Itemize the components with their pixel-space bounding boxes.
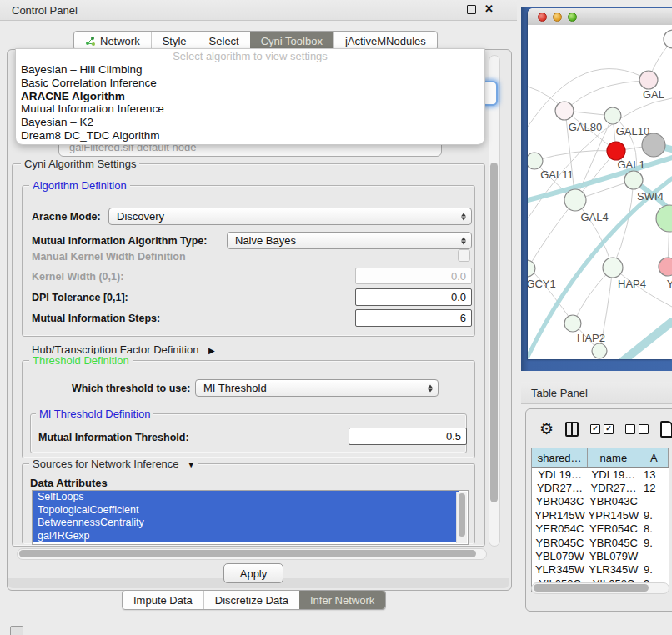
node-table[interactable]: shared…nameA YDL19…YDL19…13YDR27…YDR27…1… xyxy=(531,448,669,592)
manual-kernel-checkbox[interactable] xyxy=(458,249,470,262)
table-row[interactable]: YBR045CYBR045C9. xyxy=(532,536,669,549)
apply-button[interactable]: Apply xyxy=(223,563,283,583)
table-horizontal-scrollbar-thumb[interactable] xyxy=(534,584,649,592)
float-window-icon[interactable] xyxy=(467,5,476,14)
aracne-mode-combo[interactable]: Discovery xyxy=(108,208,472,225)
table-panel-titlebar: Table Panel xyxy=(521,382,672,404)
tab-discretize-data[interactable]: Discretize Data xyxy=(203,591,299,609)
data-attributes-list[interactable]: SelfLoopsTopologicalCoefficientBetweenne… xyxy=(32,490,469,545)
mi-type-value: Naive Bayes xyxy=(235,234,296,247)
network-window-titlebar[interactable] xyxy=(528,8,672,26)
network-node[interactable] xyxy=(592,343,607,358)
table-row[interactable]: YLR345WYLR345W9. xyxy=(532,563,669,577)
combo-stepper-icon xyxy=(428,384,433,392)
attribute-item-selfloops[interactable]: SelfLoops xyxy=(33,491,459,504)
attributes-list-scrollbar[interactable] xyxy=(456,492,467,543)
network-node[interactable] xyxy=(528,152,543,169)
tab-jactivemnodules[interactable]: jActiveMNodules xyxy=(333,32,437,50)
manual-kernel-label: Manual Kernel Width Definition xyxy=(32,251,186,262)
algorithm-option-mutual-information-inference[interactable]: Mutual Information Inference xyxy=(16,102,484,116)
kernel-width-field[interactable]: 0.0 xyxy=(355,268,472,284)
attributes-list-scrollbar-thumb[interactable] xyxy=(459,493,465,537)
combo-stepper-icon xyxy=(461,237,466,244)
attribute-item-betweennesscentrality[interactable]: BetweennessCentrality xyxy=(33,517,459,530)
network-node-labels: GALGAL80GAL10GAL1SWI4GAL11GAL4GCY1HAP4YH… xyxy=(528,88,672,344)
deselect-all-checks-icon[interactable] xyxy=(625,424,649,434)
algorithm-option-bayesian-k2[interactable]: Bayesian – K2 xyxy=(16,116,484,129)
table-horizontal-scrollbar[interactable] xyxy=(531,582,669,594)
network-node[interactable] xyxy=(564,189,586,211)
network-node[interactable] xyxy=(639,71,658,89)
column-header-shared[interactable]: shared… xyxy=(532,448,588,467)
node-label-swi4: SWI4 xyxy=(637,190,664,202)
tab-network[interactable]: Network xyxy=(74,32,151,50)
network-node[interactable] xyxy=(528,260,535,277)
tab-infer-network[interactable]: Infer Network xyxy=(299,591,385,609)
network-node[interactable] xyxy=(564,315,581,332)
settings-horizontal-scrollbar[interactable] xyxy=(17,548,487,560)
table-row[interactable]: YBR043CYBR043C xyxy=(532,495,669,508)
mi-steps-label: Mutual Information Steps: xyxy=(32,312,160,324)
which-threshold-label: Which threshold to use: xyxy=(72,382,190,394)
table-body: YDL19…YDL19…13YDR27…YDR27…12YBR043CYBR04… xyxy=(532,468,669,591)
node-label-hap2: HAP2 xyxy=(577,332,605,344)
zoom-traffic-light[interactable] xyxy=(568,12,577,22)
document-icon[interactable] xyxy=(660,421,672,438)
mi-type-label: Mutual Information Algorithm Type: xyxy=(32,235,207,247)
select-all-checks-icon[interactable]: ✓ ✓ xyxy=(590,424,614,434)
close-traffic-light[interactable] xyxy=(538,12,547,22)
tab-style[interactable]: Style xyxy=(151,32,198,50)
tab-impute-data[interactable]: Impute Data xyxy=(123,591,203,609)
network-canvas[interactable]: GALGAL80GAL10GAL1SWI4GAL11GAL4GCY1HAP4YH… xyxy=(528,25,672,359)
expand-right-icon[interactable]: ▶ xyxy=(208,346,215,355)
algorithm-option-aracne-algorithm[interactable]: ARACNE Algorithm xyxy=(16,90,484,103)
algorithm-dropdown-popup: Select algorithm to view settings Bayesi… xyxy=(15,48,485,145)
mi-steps-field[interactable]: 6 xyxy=(355,309,472,327)
table-cell: 12 xyxy=(639,481,669,494)
table-row[interactable]: YDL19…YDL19…13 xyxy=(532,468,669,481)
table-row[interactable]: YBL079WYBL079W xyxy=(532,549,669,562)
column-header-name[interactable]: name xyxy=(588,448,639,467)
dpi-tolerance-field[interactable]: 0.0 xyxy=(355,288,472,306)
table-row[interactable]: YDR27…YDR27…12 xyxy=(532,481,669,494)
mi-threshold-group-title: MI Threshold Definition xyxy=(36,408,153,420)
collapse-down-icon[interactable]: ▼ xyxy=(187,460,195,469)
network-node[interactable] xyxy=(607,142,625,160)
table-cell: YPR145W xyxy=(588,508,639,522)
node-label-gal1: GAL1 xyxy=(617,158,644,171)
close-icon[interactable]: ✕ xyxy=(484,4,494,14)
minimize-traffic-light[interactable] xyxy=(553,12,562,22)
table-row[interactable]: YER054CYER054C8. xyxy=(532,522,669,536)
settings-vertical-scrollbar-thumb[interactable] xyxy=(490,162,498,502)
table-cell: YPR145W xyxy=(532,508,588,522)
unchecked-box-icon xyxy=(639,424,649,434)
network-node[interactable] xyxy=(656,205,672,232)
algorithm-option-dream8-dc-tdc-algorithm[interactable]: Dream8 DC_TDC Algorithm xyxy=(16,129,484,142)
sources-group-title: Sources for Network Inference ▼ xyxy=(29,458,198,470)
algorithm-option-basic-correlation-inference[interactable]: Basic Correlation Inference xyxy=(16,77,484,90)
algorithm-option-bayesian-hill-climbing[interactable]: Bayesian – Hill Climbing xyxy=(16,63,484,77)
network-node[interactable] xyxy=(555,102,574,120)
mi-type-combo[interactable]: Naive Bayes xyxy=(227,232,472,249)
gear-icon[interactable]: ⚙ xyxy=(539,421,554,438)
attribute-item-gal4rgexp[interactable]: gal4RGexp xyxy=(33,530,459,543)
network-node[interactable] xyxy=(604,108,621,124)
attribute-item-topologicalcoefficient[interactable]: TopologicalCoefficient xyxy=(33,504,459,518)
tab-cyni-toolbox[interactable]: Cyni Toolbox xyxy=(250,32,333,50)
table-row[interactable]: YPR145WYPR145W9. xyxy=(532,508,669,522)
corner-widget[interactable] xyxy=(10,626,23,635)
columns-icon[interactable] xyxy=(565,422,579,437)
settings-vertical-scrollbar[interactable] xyxy=(489,55,500,547)
mi-threshold-field[interactable]: 0.5 xyxy=(349,428,467,445)
node-label-gal11: GAL11 xyxy=(540,168,574,181)
network-node[interactable] xyxy=(603,258,623,278)
column-header-a[interactable]: A xyxy=(639,448,669,467)
network-node[interactable] xyxy=(659,258,672,276)
network-node[interactable] xyxy=(624,171,643,189)
unchecked-box-icon xyxy=(625,424,635,434)
tab-select[interactable]: Select xyxy=(198,32,250,50)
node-label-hap4: HAP4 xyxy=(618,278,646,290)
which-threshold-combo[interactable]: MI Threshold xyxy=(195,379,439,397)
settings-horizontal-scrollbar-thumb[interactable] xyxy=(19,550,476,558)
network-node[interactable] xyxy=(664,30,672,48)
